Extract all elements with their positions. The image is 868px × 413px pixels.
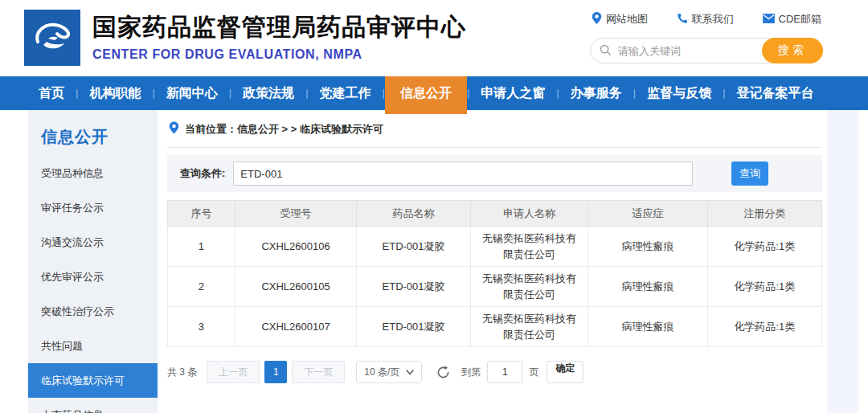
cell-acceptance-no: CXHL2600107	[235, 307, 356, 347]
cell-indication: 病理性瘢痕	[588, 267, 707, 307]
confirm-button[interactable]: 确定	[547, 361, 583, 383]
page-number-button[interactable]: 1	[264, 361, 287, 383]
nav-item-info-disclosure[interactable]: 信息公开	[385, 76, 467, 114]
goto-page-input[interactable]	[487, 361, 522, 383]
cell-indication: 病理性瘢痕	[588, 227, 707, 267]
breadcrumb-text: 当前位置：信息公开 > > 临床试验默示许可	[185, 122, 383, 137]
content: 信息公开 受理品种信息 审评任务公示 沟通交流公示 优先审评公示 突破性治疗公示…	[0, 110, 868, 413]
page-size-select[interactable]: 10 条/页	[356, 361, 422, 383]
contact-link[interactable]: 联系我们	[677, 12, 734, 27]
sidebar-item-review-tasks[interactable]: 审评任务公示	[28, 190, 158, 225]
main-nav: 首页 | 机构职能 | 新闻中心 | 政策法规 | 党建工作 | 信息公开 | …	[0, 76, 868, 110]
phone-icon	[677, 13, 688, 27]
nav-item-functions[interactable]: 机构职能	[78, 76, 152, 110]
nav-item-news[interactable]: 新闻中心	[155, 76, 229, 110]
left-gutter	[0, 110, 28, 413]
table-row: 3 CXHL2600107 ETD-001凝胶 无锡奕拓医药科技有限责任公司 病…	[168, 307, 822, 347]
goto-label: 到第	[461, 366, 481, 379]
col-header-drug-name: 药品名称	[357, 201, 471, 227]
sidebar-title: 信息公开	[28, 110, 158, 156]
chevron-down-icon	[406, 366, 414, 378]
site-subtitle: CENTER FOR DRUG EVALUATION, NMPA	[92, 47, 466, 62]
total-count: 共 3 条	[167, 366, 197, 379]
cell-acceptance-no: CXHL2600105	[235, 267, 356, 307]
sidebar-item-marketed-drugs[interactable]: 上市药品信息	[28, 398, 158, 413]
query-label: 查询条件:	[180, 166, 225, 181]
nav-item-policy[interactable]: 政策法规	[231, 76, 305, 110]
nav-item-registration-platform[interactable]: 登记备案平台	[726, 76, 825, 110]
col-header-acceptance-no: 受理号	[235, 201, 356, 227]
table-row: 1 CXHL2600106 ETD-001凝胶 无锡奕拓医药科技有限责任公司 病…	[168, 227, 822, 267]
cell-index: 2	[168, 267, 235, 307]
site-search: 搜索	[590, 38, 823, 63]
cde-logo-icon	[24, 10, 80, 66]
search-button[interactable]: 搜索	[762, 38, 823, 63]
cell-drug-name: ETD-001凝胶	[357, 227, 471, 267]
nav-item-home[interactable]: 首页	[27, 76, 76, 110]
brand-titles: 国家药品监督管理局药品审评中心 CENTER FOR DRUG EVALUATI…	[92, 10, 466, 62]
col-header-index: 序号	[168, 201, 235, 227]
cell-registration-class: 化学药品:1类	[707, 227, 822, 267]
prev-page-button[interactable]: 上一页	[207, 361, 260, 383]
breadcrumb-pin-icon	[169, 121, 179, 137]
right-gutter	[822, 110, 858, 413]
cell-applicant: 无锡奕拓医药科技有限责任公司	[470, 267, 588, 307]
col-header-indication: 适应症	[588, 201, 707, 227]
cell-acceptance-no: CXHL2600106	[235, 227, 356, 267]
sidebar-item-priority-review[interactable]: 优先审评公示	[28, 260, 158, 294]
nav-item-party[interactable]: 党建工作	[309, 76, 383, 110]
cell-applicant: 无锡奕拓医药科技有限责任公司	[470, 227, 588, 267]
pagination: 共 3 条 上一页 1 下一页 10 条/页 到第 页 确定	[167, 361, 822, 383]
cell-drug-name: ETD-001凝胶	[357, 307, 471, 347]
sidebar-item-common-issues[interactable]: 共性问题	[28, 329, 158, 363]
location-pin-icon	[592, 12, 602, 27]
cell-indication: 病理性瘢痕	[588, 307, 707, 347]
nav-item-applicant-window[interactable]: 申请人之窗	[469, 76, 556, 110]
breadcrumb: 当前位置：信息公开 > > 临床试验默示许可	[167, 110, 822, 148]
site-header: 国家药品监督管理局药品审评中心 CENTER FOR DRUG EVALUATI…	[0, 0, 868, 76]
table-header-row: 序号 受理号 药品名称 申请人名称 适应症 注册分类	[168, 201, 822, 227]
nav-item-supervision[interactable]: 监督与反馈	[636, 76, 723, 110]
cell-registration-class: 化学药品:1类	[707, 307, 822, 347]
cell-applicant: 无锡奕拓医药科技有限责任公司	[470, 307, 588, 347]
col-header-registration-class: 注册分类	[707, 201, 822, 227]
cell-drug-name: ETD-001凝胶	[357, 267, 471, 307]
nav-item-services[interactable]: 办事服务	[559, 76, 633, 110]
top-links: 网站地图 联系我们 CDE邮箱	[590, 12, 823, 27]
site-title: 国家药品监督管理局药品审评中心	[92, 14, 466, 42]
envelope-icon	[763, 14, 775, 26]
query-bar: 查询条件: 查询	[167, 155, 822, 192]
main-panel: 当前位置：信息公开 > > 临床试验默示许可 查询条件: 查询 序号 受理号 药…	[158, 110, 822, 413]
sitemap-link[interactable]: 网站地图	[592, 12, 648, 27]
sidebar-item-clinical-trial-implied-license[interactable]: 临床试验默示许可	[28, 363, 158, 398]
sidebar: 信息公开 受理品种信息 审评任务公示 沟通交流公示 优先审评公示 突破性治疗公示…	[28, 110, 158, 413]
sidebar-item-accepted-varieties[interactable]: 受理品种信息	[28, 156, 158, 190]
query-button[interactable]: 查询	[731, 162, 768, 186]
col-header-applicant: 申请人名称	[470, 201, 588, 227]
header-right: 网站地图 联系我们 CDE邮箱 搜索	[590, 12, 823, 63]
cell-registration-class: 化学药品:1类	[707, 267, 822, 307]
cell-index: 1	[168, 227, 235, 267]
brand: 国家药品监督管理局药品审评中心 CENTER FOR DRUG EVALUATI…	[24, 10, 466, 66]
sidebar-item-breakthrough-therapy[interactable]: 突破性治疗公示	[28, 294, 158, 329]
table-row: 2 CXHL2600105 ETD-001凝胶 无锡奕拓医药科技有限责任公司 病…	[168, 267, 822, 307]
results-table: 序号 受理号 药品名称 申请人名称 适应症 注册分类 1 CXHL2600106…	[167, 200, 822, 347]
refresh-icon[interactable]	[436, 366, 450, 379]
cell-index: 3	[168, 307, 235, 347]
sidebar-item-communication[interactable]: 沟通交流公示	[28, 225, 158, 260]
next-page-button[interactable]: 下一页	[292, 361, 345, 383]
page-unit-label: 页	[529, 366, 538, 379]
query-input[interactable]	[233, 162, 693, 186]
mail-link[interactable]: CDE邮箱	[763, 12, 821, 27]
search-icon	[600, 44, 612, 59]
